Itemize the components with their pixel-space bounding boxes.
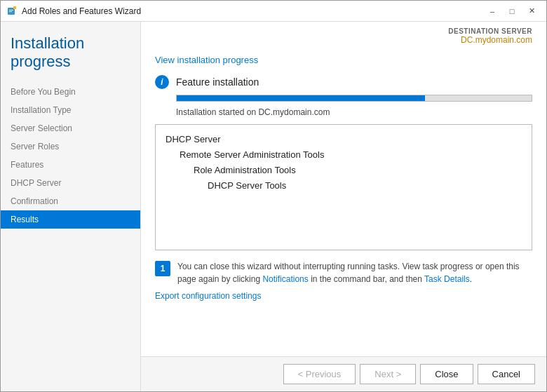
install-started-text: Installation started on DC.mydomain.com [176,107,532,117]
wizard-window: Add Roles and Features Wizard – □ ✕ Inst… [0,0,547,392]
progress-bar-container [176,95,532,102]
info-note-suffix: . [470,274,472,284]
list-item: Role Administration Tools [166,163,522,178]
export-link-container: Export configuration settings [155,291,532,301]
right-panel: DESTINATION SERVER DC.mydomain.com View … [141,22,546,391]
info-note-text: You can close this wizard without interr… [177,260,532,285]
sidebar-nav: Before You Begin Installation Type Serve… [1,83,140,229]
sidebar-item-installation-type: Installation Type [1,101,140,119]
main-content: Installation progress Before You Begin I… [1,22,546,391]
previous-button[interactable]: < Previous [283,364,356,384]
footer: < Previous Next > Close Cancel [141,356,546,391]
sidebar-header: Installation progress [1,27,140,83]
svg-rect-2 [9,11,12,12]
title-bar: Add Roles and Features Wizard – □ ✕ [1,1,546,22]
close-button[interactable]: Close [420,364,473,384]
info-note-middle: in the command bar, and then [309,274,424,284]
list-item: Remote Server Administration Tools [166,147,522,163]
minimize-button[interactable]: – [483,4,501,19]
destination-server-bar: DESTINATION SERVER DC.mydomain.com [141,22,546,48]
info-circle-icon: i [155,75,169,89]
sidebar-item-features: Features [1,156,140,174]
notifications-link[interactable]: Notifications [262,274,308,284]
sidebar-item-confirmation: Confirmation [1,192,140,210]
list-item: DHCP Server Tools [166,178,522,194]
page-title: Installation progress [11,34,130,72]
installed-items-box: DHCP Server Remote Server Administration… [155,124,532,250]
sidebar: Installation progress Before You Begin I… [1,22,141,391]
close-window-button[interactable]: ✕ [522,4,541,19]
svg-rect-3 [13,6,16,9]
cancel-button[interactable]: Cancel [478,364,535,384]
sidebar-item-server-selection: Server Selection [1,119,140,137]
sidebar-item-dhcp-server: DHCP Server [1,174,140,192]
feature-install-title: Feature installation [176,76,259,88]
list-item: DHCP Server [166,132,522,147]
svg-rect-1 [9,10,13,11]
feature-install-row: i Feature installation [155,75,532,89]
info-note: 1 You can close this wizard without inte… [155,260,532,285]
feature-install-section: i Feature installation Installation star… [155,75,532,117]
view-progress-link[interactable]: View installation progress [155,55,532,65]
panel-body: View installation progress i Feature ins… [141,48,546,356]
next-button[interactable]: Next > [360,364,416,384]
dest-server-label: DESTINATION SERVER [155,27,532,35]
info-badge-icon: 1 [155,261,170,276]
sidebar-item-results[interactable]: Results [1,210,140,229]
wizard-icon [6,6,18,17]
sidebar-item-server-roles: Server Roles [1,137,140,156]
progress-bar-fill [177,95,425,101]
export-config-link[interactable]: Export configuration settings [155,291,261,301]
title-bar-text: Add Roles and Features Wizard [22,6,483,16]
title-bar-controls: – □ ✕ [483,4,541,19]
sidebar-item-before-you-begin: Before You Begin [1,83,140,101]
task-details-link[interactable]: Task Details [424,274,470,284]
maximize-button[interactable]: □ [503,4,521,19]
dest-server-value: DC.mydomain.com [155,35,532,45]
